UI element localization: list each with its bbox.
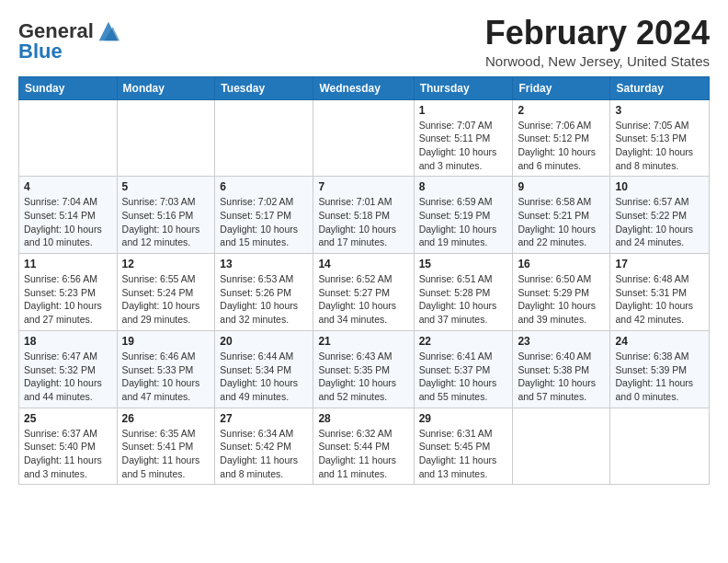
calendar-cell <box>117 99 215 177</box>
weekday-header-tuesday: Tuesday <box>215 76 313 99</box>
calendar-cell: 6Sunrise: 7:02 AMSunset: 5:17 PMDaylight… <box>215 177 313 254</box>
day-number: 29 <box>419 412 508 425</box>
calendar-cell: 9Sunrise: 6:58 AMSunset: 5:21 PMDaylight… <box>513 177 610 254</box>
logo-icon <box>96 18 121 44</box>
day-number: 1 <box>419 104 508 117</box>
day-info: Sunrise: 6:53 AMSunset: 5:26 PMDaylight:… <box>220 272 308 327</box>
calendar-cell <box>313 99 414 177</box>
weekday-header-monday: Monday <box>117 76 215 99</box>
calendar-table: SundayMondayTuesdayWednesdayThursdayFrid… <box>18 76 710 486</box>
weekday-header-wednesday: Wednesday <box>313 76 414 99</box>
day-info: Sunrise: 6:51 AMSunset: 5:28 PMDaylight:… <box>419 272 508 327</box>
calendar-cell: 20Sunrise: 6:44 AMSunset: 5:34 PMDayligh… <box>215 330 313 408</box>
day-info: Sunrise: 6:44 AMSunset: 5:34 PMDaylight:… <box>220 350 308 404</box>
day-info: Sunrise: 6:46 AMSunset: 5:33 PMDaylight:… <box>122 350 210 404</box>
day-info: Sunrise: 6:48 AMSunset: 5:31 PMDaylight:… <box>615 272 704 327</box>
day-number: 19 <box>122 335 210 348</box>
calendar-cell <box>19 99 118 177</box>
day-number: 27 <box>220 412 308 425</box>
calendar-cell: 7Sunrise: 7:01 AMSunset: 5:18 PMDaylight… <box>313 177 414 254</box>
calendar-cell: 25Sunrise: 6:37 AMSunset: 5:40 PMDayligh… <box>19 408 118 485</box>
day-number: 23 <box>518 335 605 348</box>
calendar-week-2: 11Sunrise: 6:56 AMSunset: 5:23 PMDayligh… <box>19 254 710 331</box>
day-info: Sunrise: 6:56 AMSunset: 5:23 PMDaylight:… <box>24 272 112 327</box>
calendar-week-0: 1Sunrise: 7:07 AMSunset: 5:11 PMDaylight… <box>19 99 710 177</box>
day-info: Sunrise: 7:03 AMSunset: 5:16 PMDaylight:… <box>122 195 210 249</box>
calendar-cell: 15Sunrise: 6:51 AMSunset: 5:28 PMDayligh… <box>414 254 513 331</box>
day-number: 14 <box>318 258 408 270</box>
calendar-week-4: 25Sunrise: 6:37 AMSunset: 5:40 PMDayligh… <box>19 408 710 485</box>
calendar-cell: 29Sunrise: 6:31 AMSunset: 5:45 PMDayligh… <box>414 408 513 485</box>
day-info: Sunrise: 6:31 AMSunset: 5:45 PMDaylight:… <box>419 427 508 481</box>
day-number: 11 <box>24 258 112 270</box>
header: General Blue February 2024 Norwood, New … <box>18 15 710 69</box>
calendar-cell: 11Sunrise: 6:56 AMSunset: 5:23 PMDayligh… <box>19 254 118 331</box>
day-number: 22 <box>419 335 508 348</box>
calendar-cell: 28Sunrise: 6:32 AMSunset: 5:44 PMDayligh… <box>313 408 414 485</box>
page: General Blue February 2024 Norwood, New … <box>0 0 728 500</box>
logo: General Blue <box>18 18 121 63</box>
day-info: Sunrise: 7:05 AMSunset: 5:13 PMDaylight:… <box>615 119 704 173</box>
calendar-cell: 24Sunrise: 6:38 AMSunset: 5:39 PMDayligh… <box>610 330 710 408</box>
calendar-cell: 10Sunrise: 6:57 AMSunset: 5:22 PMDayligh… <box>610 177 710 254</box>
calendar-cell: 22Sunrise: 6:41 AMSunset: 5:37 PMDayligh… <box>414 330 513 408</box>
day-info: Sunrise: 6:40 AMSunset: 5:38 PMDaylight:… <box>518 350 605 404</box>
day-info: Sunrise: 6:34 AMSunset: 5:42 PMDaylight:… <box>220 427 308 481</box>
calendar-cell: 4Sunrise: 7:04 AMSunset: 5:14 PMDaylight… <box>19 177 118 254</box>
day-info: Sunrise: 7:01 AMSunset: 5:18 PMDaylight:… <box>318 195 408 249</box>
calendar-cell: 18Sunrise: 6:47 AMSunset: 5:32 PMDayligh… <box>19 330 118 408</box>
calendar-cell: 8Sunrise: 6:59 AMSunset: 5:19 PMDaylight… <box>414 177 513 254</box>
day-number: 10 <box>615 180 704 193</box>
day-number: 28 <box>318 412 408 425</box>
day-info: Sunrise: 6:50 AMSunset: 5:29 PMDaylight:… <box>518 272 605 327</box>
calendar-cell <box>610 408 710 485</box>
calendar-cell: 23Sunrise: 6:40 AMSunset: 5:38 PMDayligh… <box>513 330 610 408</box>
day-info: Sunrise: 6:38 AMSunset: 5:39 PMDaylight:… <box>615 350 704 404</box>
day-number: 3 <box>615 104 704 117</box>
logo-text-blue: Blue <box>18 40 63 63</box>
day-info: Sunrise: 7:07 AMSunset: 5:11 PMDaylight:… <box>419 119 508 173</box>
weekday-header-sunday: Sunday <box>19 76 118 99</box>
calendar-cell: 13Sunrise: 6:53 AMSunset: 5:26 PMDayligh… <box>215 254 313 331</box>
day-number: 18 <box>24 335 112 348</box>
calendar-cell: 1Sunrise: 7:07 AMSunset: 5:11 PMDaylight… <box>414 99 513 177</box>
day-number: 26 <box>122 412 210 425</box>
day-number: 15 <box>419 258 508 270</box>
calendar-cell: 26Sunrise: 6:35 AMSunset: 5:41 PMDayligh… <box>117 408 215 485</box>
day-number: 17 <box>615 258 704 270</box>
calendar-cell: 19Sunrise: 6:46 AMSunset: 5:33 PMDayligh… <box>117 330 215 408</box>
day-number: 16 <box>518 258 605 270</box>
day-info: Sunrise: 6:59 AMSunset: 5:19 PMDaylight:… <box>419 195 508 249</box>
day-info: Sunrise: 6:43 AMSunset: 5:35 PMDaylight:… <box>318 350 408 404</box>
weekday-header-friday: Friday <box>513 76 610 99</box>
day-number: 8 <box>419 180 508 193</box>
calendar-cell: 17Sunrise: 6:48 AMSunset: 5:31 PMDayligh… <box>610 254 710 331</box>
calendar-cell <box>215 99 313 177</box>
day-number: 21 <box>318 335 408 348</box>
calendar-cell: 21Sunrise: 6:43 AMSunset: 5:35 PMDayligh… <box>313 330 414 408</box>
calendar-header-row: SundayMondayTuesdayWednesdayThursdayFrid… <box>19 76 710 99</box>
day-info: Sunrise: 6:58 AMSunset: 5:21 PMDaylight:… <box>518 195 605 249</box>
day-number: 5 <box>122 180 210 193</box>
month-title: February 2024 <box>485 15 710 52</box>
day-number: 20 <box>220 335 308 348</box>
day-number: 7 <box>318 180 408 193</box>
calendar-week-1: 4Sunrise: 7:04 AMSunset: 5:14 PMDaylight… <box>19 177 710 254</box>
day-info: Sunrise: 6:35 AMSunset: 5:41 PMDaylight:… <box>122 427 210 481</box>
location: Norwood, New Jersey, United States <box>485 53 710 69</box>
day-number: 12 <box>122 258 210 270</box>
day-number: 2 <box>518 104 605 117</box>
calendar-week-3: 18Sunrise: 6:47 AMSunset: 5:32 PMDayligh… <box>19 330 710 408</box>
day-number: 13 <box>220 258 308 270</box>
calendar-cell: 27Sunrise: 6:34 AMSunset: 5:42 PMDayligh… <box>215 408 313 485</box>
day-info: Sunrise: 6:47 AMSunset: 5:32 PMDaylight:… <box>24 350 112 404</box>
calendar-cell: 14Sunrise: 6:52 AMSunset: 5:27 PMDayligh… <box>313 254 414 331</box>
day-info: Sunrise: 6:37 AMSunset: 5:40 PMDaylight:… <box>24 427 112 481</box>
day-number: 24 <box>615 335 704 348</box>
day-number: 9 <box>518 180 605 193</box>
day-info: Sunrise: 7:04 AMSunset: 5:14 PMDaylight:… <box>24 195 112 249</box>
day-info: Sunrise: 6:32 AMSunset: 5:44 PMDaylight:… <box>318 427 408 481</box>
day-info: Sunrise: 6:57 AMSunset: 5:22 PMDaylight:… <box>615 195 704 249</box>
title-block: February 2024 Norwood, New Jersey, Unite… <box>485 15 710 69</box>
day-number: 25 <box>24 412 112 425</box>
